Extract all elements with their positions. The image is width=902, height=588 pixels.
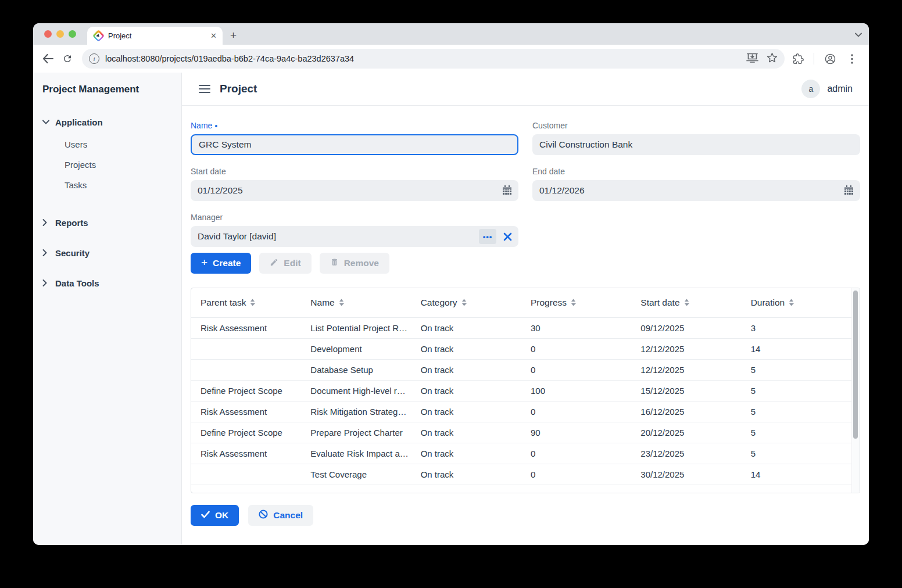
- required-indicator: [215, 125, 217, 127]
- username: admin: [827, 84, 853, 94]
- app-favicon-icon: [92, 30, 105, 42]
- check-icon: [201, 510, 210, 521]
- address-bar[interactable]: i localhost:8080/projects/019aedba-b6b2-…: [82, 49, 785, 69]
- bookmark-star-icon[interactable]: [767, 52, 778, 66]
- url-text: localhost:8080/projects/019aedba-b6b2-74…: [105, 54, 746, 63]
- name-input[interactable]: GRC System: [191, 134, 518, 155]
- sort-icon: [571, 299, 576, 306]
- user-menu[interactable]: a admin: [801, 80, 853, 98]
- chevron-right-icon: [42, 249, 55, 256]
- edit-button[interactable]: Edit: [259, 253, 311, 274]
- manager-label: Manager: [191, 213, 518, 222]
- ok-button[interactable]: OK: [191, 505, 239, 526]
- sort-icon: [789, 299, 794, 306]
- sort-icon: [250, 299, 255, 306]
- manager-picker[interactable]: David Taylor [david] •••: [191, 226, 518, 247]
- table-scrollbar[interactable]: [851, 288, 860, 493]
- maximize-window-button[interactable]: [69, 30, 76, 38]
- column-header-category[interactable]: Category: [411, 288, 521, 317]
- minimize-window-button[interactable]: [56, 30, 64, 38]
- back-button[interactable]: [38, 49, 58, 69]
- extensions-icon[interactable]: [788, 49, 808, 69]
- end-date-label: End date: [532, 167, 860, 176]
- table-row[interactable]: DevelopmentOn track012/12/202514: [191, 338, 851, 359]
- clear-value-button[interactable]: [499, 229, 516, 244]
- sidebar-item-reports[interactable]: Reports: [42, 214, 181, 231]
- view-header: Project a admin: [182, 73, 869, 106]
- window-controls: [44, 30, 76, 38]
- app-title: Project Management: [42, 82, 181, 95]
- sort-icon: [339, 299, 344, 306]
- column-header-parent-task[interactable]: Parent task: [191, 288, 301, 317]
- site-info-icon[interactable]: i: [89, 53, 99, 64]
- calendar-icon[interactable]: [502, 185, 512, 198]
- tab-close-icon[interactable]: ✕: [210, 31, 217, 40]
- page-title: Project: [220, 83, 801, 95]
- remove-button[interactable]: Remove: [320, 253, 389, 274]
- start-date-input[interactable]: 01/12/2025: [191, 180, 518, 201]
- menu-kebab-icon[interactable]: [842, 49, 862, 69]
- browser-toolbar: i localhost:8080/projects/019aedba-b6b2-…: [33, 45, 869, 73]
- tasks-table: Parent taskNameCategoryProgressStart dat…: [191, 288, 860, 493]
- sidebar: Project Management Application Users Pro…: [33, 73, 182, 545]
- calendar-icon[interactable]: [844, 185, 854, 198]
- browser-tab[interactable]: Project ✕: [87, 27, 223, 45]
- browser-tabstrip: Project ✕ +: [33, 23, 869, 45]
- tab-title: Project: [108, 31, 210, 40]
- reload-button[interactable]: [58, 49, 77, 69]
- close-window-button[interactable]: [44, 30, 52, 38]
- table-scrollbar-thumb[interactable]: [853, 291, 858, 439]
- sidebar-item-users[interactable]: Users: [42, 134, 181, 155]
- customer-label: Customer: [532, 121, 860, 130]
- install-app-icon[interactable]: [746, 52, 758, 65]
- sort-icon: [684, 299, 689, 306]
- chevron-right-icon: [42, 279, 55, 286]
- new-tab-button[interactable]: +: [230, 29, 237, 42]
- cancel-button[interactable]: Cancel: [248, 505, 313, 526]
- table-row[interactable]: Database SetupOn track012/12/20255: [191, 359, 851, 380]
- end-date-input[interactable]: 01/12/2026: [532, 180, 860, 201]
- sidebar-item-projects[interactable]: Projects: [42, 155, 181, 175]
- table-row[interactable]: Risk AssessmentRisk Mitigation Strateg…O…: [191, 401, 851, 422]
- entity-lookup-button[interactable]: •••: [479, 229, 496, 244]
- ban-icon: [259, 510, 268, 521]
- customer-field[interactable]: Civil Construction Bank: [532, 134, 860, 155]
- table-row[interactable]: Define Project ScopeDocument High-level …: [191, 380, 851, 401]
- tab-search-chevron-icon[interactable]: [855, 29, 862, 40]
- table-row[interactable]: Risk AssessmentEvaluate Risk Impact a…On…: [191, 443, 851, 464]
- table-row[interactable]: Risk AssessmentList Potential Project R……: [191, 317, 851, 338]
- table-header-row: Parent taskNameCategoryProgressStart dat…: [191, 288, 851, 317]
- sidebar-item-data-tools[interactable]: Data Tools: [42, 274, 181, 292]
- sidebar-item-security[interactable]: Security: [42, 244, 181, 261]
- column-header-name[interactable]: Name: [301, 288, 411, 317]
- sort-icon: [461, 299, 467, 306]
- plus-icon: +: [201, 256, 207, 269]
- name-label: Name: [191, 121, 518, 130]
- chevron-down-icon: [42, 120, 55, 124]
- column-header-start-date[interactable]: Start date: [631, 288, 741, 317]
- table-row[interactable]: [191, 485, 851, 493]
- chevron-right-icon: [42, 219, 55, 226]
- column-header-duration[interactable]: Duration: [742, 288, 851, 317]
- start-date-label: Start date: [191, 167, 518, 176]
- sidebar-item-application[interactable]: Application: [42, 113, 181, 131]
- browser-window: Project ✕ + i localhost:8080/projects/01…: [33, 23, 869, 545]
- create-button[interactable]: + Create: [191, 253, 251, 274]
- toolbar-divider: [814, 53, 814, 64]
- column-header-progress[interactable]: Progress: [521, 288, 631, 317]
- sidebar-item-tasks[interactable]: Tasks: [42, 175, 181, 195]
- table-body: Risk AssessmentList Potential Project R……: [191, 317, 851, 493]
- pencil-icon: [270, 258, 278, 269]
- avatar: a: [801, 80, 820, 98]
- table-row[interactable]: Define Project ScopePrepare Project Char…: [191, 422, 851, 443]
- profile-icon[interactable]: [820, 49, 840, 69]
- hamburger-menu-icon[interactable]: [199, 85, 210, 94]
- trash-icon: [330, 257, 339, 269]
- table-row[interactable]: Test CoverageOn track030/12/202514: [191, 464, 851, 485]
